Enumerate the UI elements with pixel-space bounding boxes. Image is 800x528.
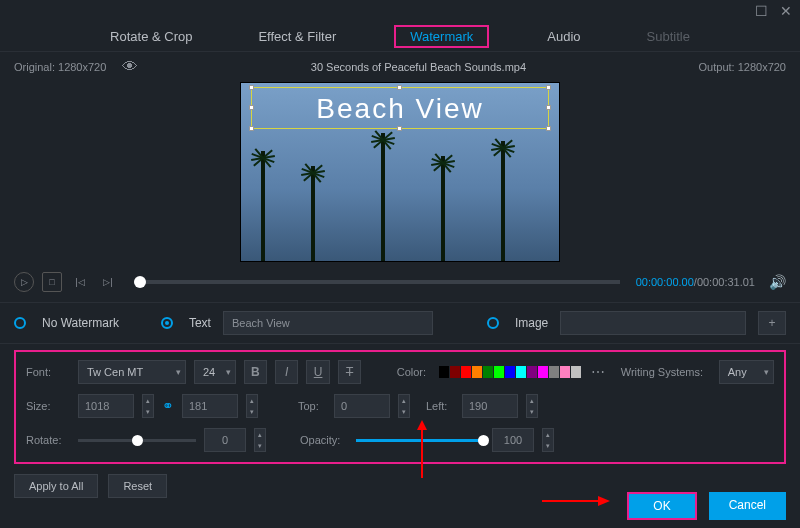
radio-text[interactable] [161,317,173,329]
color-swatches[interactable] [439,366,581,378]
label-image: Image [515,316,548,330]
rotate-value[interactable] [204,428,246,452]
opacity-stepper[interactable]: ▴▾ [542,428,554,452]
left-stepper[interactable]: ▴▾ [526,394,538,418]
stop-icon[interactable]: □ [42,272,62,292]
titlebar: ☐ ✕ [0,0,800,22]
strike-button[interactable]: T [338,360,361,384]
add-image-button[interactable]: + [758,311,786,335]
color-swatch[interactable] [439,366,449,378]
label-text: Text [189,316,211,330]
close-icon[interactable]: ✕ [780,3,792,19]
opacity-label: Opacity: [300,434,348,446]
color-label: Color: [397,366,431,378]
size-label: Size: [26,400,70,412]
writing-systems-label: Writing Systems: [621,366,711,378]
tab-audio[interactable]: Audio [539,25,588,48]
writing-systems-dropdown[interactable]: Any [719,360,774,384]
top-input[interactable] [334,394,390,418]
radio-image[interactable] [487,317,499,329]
filename: 30 Seconds of Peaceful Beach Sounds.mp4 [138,61,698,73]
volume-icon[interactable]: 🔊 [769,274,786,290]
tab-watermark[interactable]: Watermark [394,25,489,48]
preview-toggle-icon[interactable]: 👁 [122,58,138,76]
color-swatch[interactable] [461,366,471,378]
link-icon[interactable]: ⚭ [162,398,174,414]
video-preview[interactable]: Beach View [240,82,560,262]
rotate-slider[interactable] [78,439,196,442]
cancel-button[interactable]: Cancel [709,492,786,520]
play-icon[interactable]: ▷ [14,272,34,292]
top-label: Top: [298,400,326,412]
color-swatch[interactable] [571,366,581,378]
tab-effect-filter[interactable]: Effect & Filter [250,25,344,48]
color-swatch[interactable] [516,366,526,378]
left-label: Left: [426,400,454,412]
width-input[interactable] [78,394,134,418]
more-colors-icon[interactable]: ⋯ [591,364,605,380]
tab-rotate-crop[interactable]: Rotate & Crop [102,25,200,48]
bold-button[interactable]: B [244,360,267,384]
image-path-input[interactable] [560,311,746,335]
footer-buttons: OK Cancel [627,492,786,520]
apply-all-button[interactable]: Apply to All [14,474,98,498]
output-resolution: Output: 1280x720 [699,61,786,73]
prev-frame-icon[interactable]: |◁ [70,272,90,292]
time-total: 00:00:31.01 [697,276,755,288]
watermark-text: Beach View [252,88,548,130]
preview-area: Beach View [0,82,800,262]
underline-button[interactable]: U [306,360,329,384]
color-swatch[interactable] [560,366,570,378]
opacity-slider[interactable] [356,439,484,442]
tabs: Rotate & Crop Effect & Filter Watermark … [0,22,800,52]
tab-subtitle[interactable]: Subtitle [639,25,698,48]
time-display: 00:00:00.00/00:00:31.01 [636,276,755,288]
color-swatch[interactable] [527,366,537,378]
color-swatch[interactable] [549,366,559,378]
maximize-icon[interactable]: ☐ [755,3,768,19]
color-swatch[interactable] [450,366,460,378]
font-label: Font: [26,366,70,378]
width-stepper[interactable]: ▴▾ [142,394,154,418]
reset-button[interactable]: Reset [108,474,167,498]
info-bar: Original: 1280x720 👁 30 Seconds of Peace… [0,52,800,82]
playback-bar: ▷ □ |◁ ▷| 00:00:00.00/00:00:31.01 🔊 [0,262,800,302]
color-swatch[interactable] [505,366,515,378]
timeline[interactable] [134,280,620,284]
color-swatch[interactable] [538,366,548,378]
label-no-watermark: No Watermark [42,316,119,330]
radio-no-watermark[interactable] [14,317,26,329]
rotate-stepper[interactable]: ▴▾ [254,428,266,452]
ok-button[interactable]: OK [627,492,696,520]
editor-window: ☐ ✕ Rotate & Crop Effect & Filter Waterm… [0,0,800,528]
color-swatch[interactable] [494,366,504,378]
text-input[interactable] [223,311,433,335]
font-family-dropdown[interactable]: Tw Cen MT [78,360,186,384]
height-stepper[interactable]: ▴▾ [246,394,258,418]
next-frame-icon[interactable]: ▷| [98,272,118,292]
watermark-mode-bar: No Watermark Text Image + [0,302,800,344]
time-current: 00:00:00.00 [636,276,694,288]
opacity-value[interactable] [492,428,534,452]
color-swatch[interactable] [483,366,493,378]
color-swatch[interactable] [472,366,482,378]
watermark-settings: Font: Tw Cen MT 24 B I U T Color: ⋯ Writ… [14,350,786,464]
font-size-dropdown[interactable]: 24 [194,360,236,384]
rotate-label: Rotate: [26,434,70,446]
original-resolution: Original: 1280x720 [14,61,106,73]
italic-button[interactable]: I [275,360,298,384]
watermark-box[interactable]: Beach View [251,87,549,129]
left-input[interactable] [462,394,518,418]
height-input[interactable] [182,394,238,418]
top-stepper[interactable]: ▴▾ [398,394,410,418]
